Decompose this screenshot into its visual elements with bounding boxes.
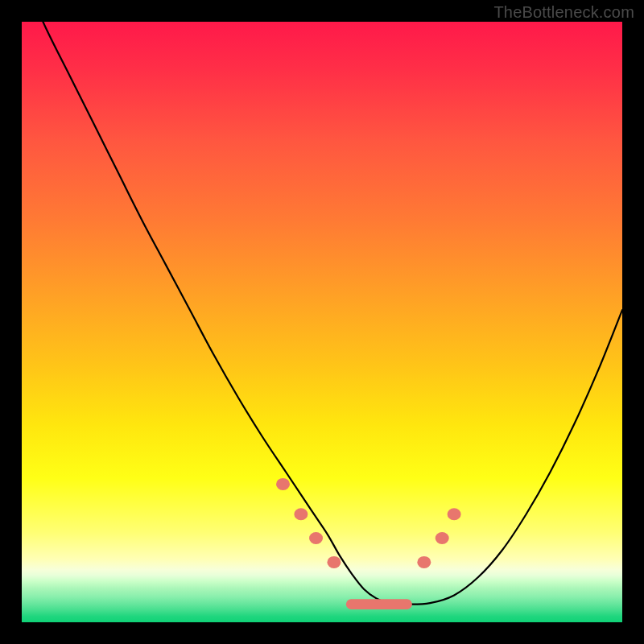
- curve-marker: [448, 508, 461, 520]
- watermark-text: TheBottleneck.com: [493, 3, 634, 22]
- flat-segment-bar: [346, 599, 412, 609]
- curve-marker: [294, 508, 308, 520]
- curve-marker: [309, 532, 323, 544]
- curve-markers: [276, 478, 461, 568]
- curve-marker: [436, 532, 449, 544]
- plot-area: [22, 22, 622, 622]
- chart-frame: TheBottleneck.com: [0, 0, 644, 644]
- bottleneck-curve: [22, 22, 622, 605]
- curve-marker: [327, 556, 341, 568]
- curve-marker: [417, 556, 431, 568]
- curve-marker: [276, 478, 290, 490]
- plot-svg: [22, 22, 622, 622]
